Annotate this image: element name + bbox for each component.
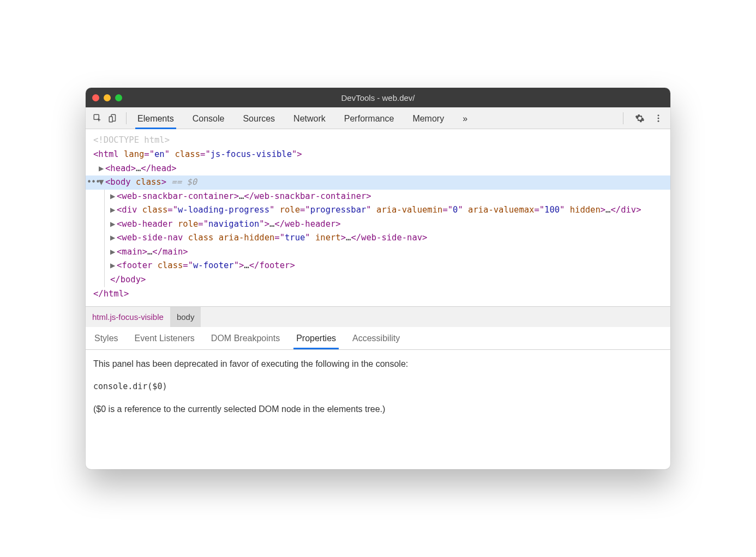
dom-body-children: ▶<web-snackbar-container>…</web-snackbar… — [104, 190, 670, 287]
subtab-accessibility[interactable]: Accessibility — [351, 328, 401, 349]
selected-line-indicator-icon: ••• — [87, 175, 100, 189]
subtab-styles[interactable]: Styles — [93, 328, 119, 349]
deprecation-message-1: This panel has been deprecated in favor … — [93, 358, 663, 371]
sidebar-tabs: Styles Event Listeners DOM Breakpoints P… — [86, 327, 670, 350]
tab-more[interactable]: » — [461, 108, 469, 128]
minimize-window-button[interactable] — [104, 94, 111, 101]
gear-icon[interactable] — [632, 111, 647, 126]
svg-point-5 — [658, 120, 659, 122]
deprecation-code: console.dir($0) — [93, 380, 663, 393]
dom-body-close[interactable]: </body> — [107, 273, 670, 287]
tab-sources[interactable]: Sources — [242, 108, 276, 128]
toolbar-divider-right — [623, 112, 623, 124]
toolbar-right — [617, 111, 666, 126]
breadcrumb-body[interactable]: body — [170, 307, 201, 327]
traffic-lights — [92, 94, 122, 101]
dom-snackbar[interactable]: ▶<web-snackbar-container>…</web-snackbar… — [107, 190, 670, 204]
tab-memory[interactable]: Memory — [411, 108, 445, 128]
dom-head[interactable]: ▶<head>…</head> — [86, 162, 670, 176]
tab-console[interactable]: Console — [191, 108, 226, 128]
tab-performance[interactable]: Performance — [343, 108, 395, 128]
tab-network[interactable]: Network — [292, 108, 327, 128]
breadcrumb: html.js-focus-visible body — [86, 306, 670, 327]
subtab-properties[interactable]: Properties — [295, 328, 337, 349]
main-toolbar: Elements Console Sources Network Perform… — [86, 107, 670, 129]
dom-web-side-nav[interactable]: ▶<web-side-nav class aria-hidden="true" … — [107, 231, 670, 245]
kebab-menu-icon[interactable] — [651, 111, 666, 126]
main-tabs: Elements Console Sources Network Perform… — [136, 108, 469, 128]
tab-elements[interactable]: Elements — [136, 108, 175, 128]
window-titlebar: DevTools - web.dev/ — [86, 88, 670, 107]
dom-html-open[interactable]: <html lang="en" class="js-focus-visible"… — [86, 148, 670, 162]
dom-body-open[interactable]: •••▼<body class> == $0 — [86, 175, 670, 190]
inspect-element-icon[interactable] — [90, 111, 105, 126]
close-window-button[interactable] — [92, 94, 99, 101]
maximize-window-button[interactable] — [115, 94, 122, 101]
breadcrumb-html[interactable]: html.js-focus-visible — [86, 307, 170, 327]
window-title: DevTools - web.dev/ — [341, 93, 415, 102]
device-toolbar-icon[interactable] — [105, 111, 121, 126]
dom-html-close[interactable]: </html> — [86, 287, 670, 301]
toolbar-divider — [126, 112, 127, 124]
devtools-window: DevTools - web.dev/ Elements Console Sou… — [86, 88, 670, 469]
svg-point-4 — [658, 117, 659, 119]
deprecation-message-2: ($0 is a reference to the currently sele… — [93, 403, 663, 416]
dom-footer[interactable]: ▶<footer class="w-footer">…</footer> — [107, 259, 670, 273]
dom-doctype[interactable]: <!DOCTYPE html> — [86, 134, 670, 148]
properties-panel: This panel has been deprecated in favor … — [86, 350, 670, 469]
dom-main[interactable]: ▶<main>…</main> — [107, 245, 670, 259]
subtab-dom-breakpoints[interactable]: DOM Breakpoints — [210, 328, 281, 349]
dom-loading-div[interactable]: ▶<div class="w-loading-progress" role="p… — [107, 203, 670, 217]
subtab-event-listeners[interactable]: Event Listeners — [134, 328, 196, 349]
dom-web-header[interactable]: ▶<web-header role="navigation">…</web-he… — [107, 217, 670, 232]
svg-point-3 — [658, 114, 659, 116]
svg-rect-2 — [109, 117, 112, 122]
dom-tree-panel[interactable]: <!DOCTYPE html> <html lang="en" class="j… — [86, 129, 670, 306]
